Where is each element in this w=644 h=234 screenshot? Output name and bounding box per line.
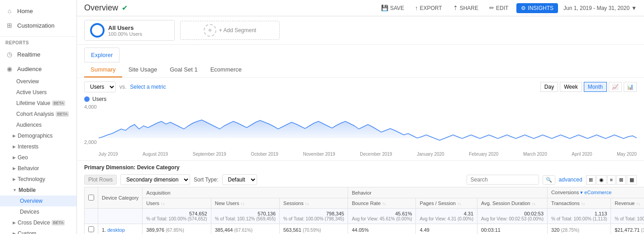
- sidebar-item-mobile-overview[interactable]: Overview: [0, 196, 76, 206]
- x-axis-labels: July 2019 August 2019 September 2019 Oct…: [99, 152, 637, 157]
- avg-session-col-header[interactable]: Avg. Session Duration ↑↓: [477, 198, 548, 209]
- sidebar-item-realtime[interactable]: ◷ Realtime: [0, 47, 76, 62]
- all-users-segment[interactable]: All Users 100.00% Users: [84, 20, 175, 41]
- bar-chart-button[interactable]: 📊: [624, 82, 637, 92]
- reports-section-label: REPORTS: [0, 37, 76, 47]
- grid-view-button[interactable]: ⊞: [586, 175, 596, 185]
- sidebar-item-lifetime-value[interactable]: Lifetime Value BETA: [0, 98, 76, 109]
- bounce-sort-icon: ↑↓: [382, 201, 386, 206]
- device-category-col-header[interactable]: Device Category: [98, 187, 143, 209]
- bounce-rate-col-header[interactable]: Bounce Rate ↑↓: [348, 198, 416, 209]
- insights-button[interactable]: ⚙ INSIGHTS: [516, 3, 558, 13]
- row1-new-users-pct: (67.61%): [234, 228, 253, 233]
- technology-caret: ▶: [13, 177, 16, 181]
- line-chart-svg: [99, 104, 637, 149]
- sidebar-item-geo[interactable]: ▶ Geo: [0, 152, 76, 163]
- date-range-selector[interactable]: Jun 1, 2019 - May 31, 2020 ▼: [563, 5, 637, 11]
- sessions-col-header[interactable]: Sessions ↑↓: [280, 198, 348, 209]
- table-view-buttons: ⊞ ◉ ≡ ⊠ ▦: [586, 175, 637, 185]
- pages-session-col-header[interactable]: Pages / Session ↑↓: [416, 198, 477, 209]
- row1-users-pct: (67.85%): [166, 228, 184, 233]
- sidebar-item-demographics[interactable]: ▶ Demographics: [0, 130, 76, 141]
- sidebar-audiences-label: Audiences: [16, 122, 42, 128]
- x-label-jan: January 2020: [417, 152, 444, 157]
- share-button[interactable]: ⇡ SHARE: [450, 3, 481, 13]
- total-pages-cell: 4.31 Avg for View: 4.31 (0.00%): [416, 209, 477, 224]
- tab-goal-set-1[interactable]: Goal Set 1: [163, 62, 204, 77]
- row1-checkbox[interactable]: [88, 226, 94, 232]
- row1-users: 389,976: [146, 227, 164, 233]
- y-mid-label: 2,000: [84, 139, 97, 145]
- sort-type-dropdown[interactable]: Default: [222, 174, 257, 185]
- tab-site-usage[interactable]: Site Usage: [122, 62, 164, 77]
- select-metric-link[interactable]: Select a metric: [130, 84, 166, 90]
- sidebar-item-customization[interactable]: ⊞ Customization: [0, 18, 76, 33]
- export-button[interactable]: ↑ EXPORT: [412, 3, 445, 13]
- sidebar-cross-device-label: Cross Device: [18, 220, 50, 226]
- pie-view-button[interactable]: ◉: [596, 175, 606, 185]
- row1-device[interactable]: desktop: [107, 227, 125, 233]
- sidebar-item-interests[interactable]: ▶ Interests: [0, 141, 76, 152]
- sidebar-item-cross-device[interactable]: ▶ Cross Device BETA: [0, 217, 76, 228]
- sidebar-item-home[interactable]: ⌂ Home: [0, 4, 76, 18]
- data-table: Device Category Acquisition Behavior Con…: [84, 187, 644, 234]
- revenue-col-header[interactable]: Revenue ↑↓: [611, 198, 644, 209]
- sidebar-top-nav: ⌂ Home ⊞ Customization: [0, 0, 76, 37]
- sidebar-item-cohort[interactable]: Cohort Analysis BETA: [0, 109, 76, 119]
- sidebar-item-devices[interactable]: Devices: [0, 206, 76, 217]
- sidebar-home-label: Home: [17, 8, 33, 14]
- ecommerce-dropdown[interactable]: ▾ eCommerce: [580, 190, 611, 195]
- x-label-july: July 2019: [99, 152, 118, 157]
- bounce-rate-header-label: Bounce Rate: [352, 201, 381, 206]
- month-button[interactable]: Month: [584, 82, 607, 92]
- tab-summary[interactable]: Summary: [84, 62, 122, 77]
- total-pages-value: 4.31: [420, 211, 473, 216]
- tab-ecommerce[interactable]: Ecommerce: [204, 62, 248, 77]
- edit-button[interactable]: ✏ EDIT: [487, 3, 511, 13]
- total-transactions-value: 1,113: [551, 211, 607, 216]
- scatter-view-button[interactable]: ⊠: [616, 175, 626, 185]
- transactions-col-header[interactable]: Transactions ↑↓: [548, 198, 611, 209]
- sidebar-item-overview[interactable]: Overview: [0, 76, 76, 87]
- save-button[interactable]: 💾 SAVE: [378, 3, 407, 13]
- total-users-value: 574,652: [146, 211, 207, 216]
- sidebar-item-audiences[interactable]: Audiences: [0, 119, 76, 130]
- share-label: SHARE: [460, 5, 478, 11]
- sessions-sort-icon: ↑↓: [305, 201, 309, 206]
- pivot-view-button[interactable]: ▦: [627, 175, 637, 185]
- table-search-input[interactable]: [467, 175, 539, 185]
- plot-rows-button[interactable]: Plot Rows: [84, 175, 117, 185]
- sidebar-item-technology[interactable]: ▶ Technology: [0, 174, 76, 185]
- checkbox-col-header: [85, 187, 98, 209]
- row1-new-users: 385,464: [215, 227, 233, 233]
- acquisition-group-label: Acquisition: [146, 190, 170, 196]
- main-content: Overview ✔ 💾 SAVE ↑ EXPORT ⇡ SHARE ✏ EDI…: [77, 0, 644, 234]
- primary-dimension: Primary Dimension: Device Category: [84, 161, 637, 172]
- edit-icon: ✏: [489, 5, 494, 11]
- week-button[interactable]: Week: [560, 82, 582, 92]
- sidebar-item-active-users[interactable]: Active Users: [0, 87, 76, 98]
- total-avg-session-cell: 00:02:53 Avg for View: 00:02:53 (0.00%): [477, 209, 548, 224]
- new-users-col-header[interactable]: New Users ↑↓: [211, 198, 279, 209]
- row1-checkbox-cell[interactable]: [85, 224, 98, 234]
- add-segment-button[interactable]: + + Add Segment: [180, 21, 280, 40]
- sidebar-item-mobile[interactable]: ▼ Mobile: [0, 185, 76, 196]
- bar-view-button[interactable]: ≡: [607, 175, 615, 185]
- sidebar-item-custom[interactable]: ▶ Custom: [0, 228, 76, 234]
- metric-dropdown[interactable]: Users: [84, 81, 116, 92]
- verified-icon: ✔: [122, 4, 128, 12]
- demographics-caret: ▶: [13, 134, 16, 138]
- search-button[interactable]: 🔍: [543, 175, 555, 185]
- users-col-header[interactable]: Users ↑↓: [143, 198, 211, 209]
- x-label-oct: October 2019: [251, 152, 278, 157]
- sidebar-customization-label: Customization: [17, 22, 54, 29]
- line-chart-button[interactable]: 📈: [609, 82, 622, 92]
- sidebar-item-behavior[interactable]: ▶ Behavior: [0, 163, 76, 174]
- sidebar-item-audience[interactable]: ◉ Audience: [0, 62, 76, 76]
- explorer-tab[interactable]: Explorer: [84, 48, 119, 62]
- day-button[interactable]: Day: [540, 82, 558, 92]
- advanced-link[interactable]: advanced: [559, 177, 582, 183]
- secondary-dim-dropdown[interactable]: Secondary dimension: [120, 174, 190, 185]
- revenue-sort-icon: ↑↓: [636, 201, 640, 206]
- select-all-checkbox[interactable]: [88, 195, 94, 201]
